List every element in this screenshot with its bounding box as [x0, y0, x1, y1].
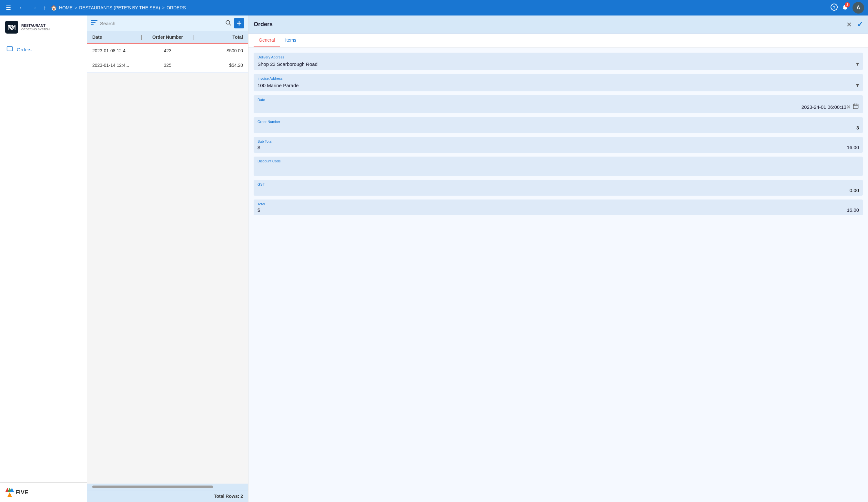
discount-code-value[interactable]: [258, 164, 859, 173]
svg-rect-9: [91, 20, 97, 21]
detail-header: Orders ✕ ✓: [248, 16, 868, 33]
total-value: 16.00: [261, 207, 859, 213]
row-total-1: $500.00: [193, 48, 243, 53]
list-header: Date | Order Number | Total: [87, 31, 248, 43]
sidebar-footer: FIVE: [0, 482, 87, 502]
date-clear-button[interactable]: ✕: [846, 104, 850, 110]
tab-items[interactable]: Items: [280, 33, 301, 47]
horizontal-scrollbar[interactable]: [92, 485, 213, 488]
gst-label: GST: [258, 182, 859, 186]
detail-body: Delivery Address Shop 23 Scarborough Roa…: [248, 48, 868, 502]
logo-icon: 🍽: [5, 21, 18, 33]
col-order-header: Order Number: [145, 34, 190, 40]
order-number-label: Order Number: [258, 120, 859, 124]
gst-field: GST 0.00: [254, 180, 863, 196]
date-row: 2023-24-01 06:00:13 ✕: [258, 103, 859, 111]
delivery-address-dropdown-icon[interactable]: ▾: [856, 60, 859, 68]
user-avatar[interactable]: A: [852, 2, 864, 13]
logo-text: RESTAURANT: [21, 23, 50, 28]
breadcrumb-sep-2: >: [162, 5, 165, 10]
invoice-address-row: 100 Marine Parade ▾: [258, 82, 859, 89]
content-area: Date | Order Number | Total 2023-01-08 1…: [87, 16, 868, 502]
detail-title: Orders: [254, 21, 846, 28]
menu-button[interactable]: ☰: [4, 3, 13, 13]
row-date-1: 2023-01-08 12:4...: [92, 48, 143, 53]
topbar: ☰ ← → ↑ 🏠 HOME > RESTAURANTS (PETE'S BY …: [0, 0, 868, 16]
date-field: Date 2023-24-01 06:00:13 ✕: [254, 95, 863, 113]
restaurant-label[interactable]: RESTAURANTS (PETE'S BY THE SEA): [79, 5, 160, 10]
sub-total-row: $ 16.00: [258, 145, 859, 150]
breadcrumb: 🏠 HOME > RESTAURANTS (PETE'S BY THE SEA)…: [51, 5, 828, 11]
invoice-address-value: 100 Marine Parade: [258, 83, 856, 88]
invoice-address-field: Invoice Address 100 Marine Parade ▾: [254, 74, 863, 91]
date-calendar-icon[interactable]: [852, 103, 859, 111]
five-logo: FIVE: [5, 488, 82, 497]
forward-button[interactable]: →: [29, 3, 39, 13]
row-order-1: 423: [143, 48, 193, 53]
date-value: 2023-24-01 06:00:13: [258, 104, 846, 110]
row-order-2: 325: [143, 63, 193, 68]
svg-rect-4: [7, 47, 13, 51]
orders-breadcrumb-label[interactable]: ORDERS: [166, 5, 186, 10]
discount-code-label: Discount Code: [258, 159, 859, 163]
back-button[interactable]: ←: [17, 3, 27, 13]
sidebar-item-orders[interactable]: Orders: [0, 42, 87, 58]
orders-icon: [7, 45, 13, 54]
list-rows: 2023-01-08 12:4... 423 $500.00 2023-01-1…: [87, 43, 248, 484]
col-sep-1: |: [141, 34, 142, 40]
close-button[interactable]: ✕: [846, 20, 852, 29]
home-label[interactable]: HOME: [59, 5, 73, 10]
invoice-address-label: Invoice Address: [258, 76, 859, 80]
search-input[interactable]: [100, 21, 222, 26]
sub-total-field: Sub Total $ 16.00: [254, 137, 863, 153]
table-row[interactable]: 2023-01-08 12:4... 423 $500.00: [87, 43, 248, 58]
detail-tabs: General Items: [248, 33, 868, 48]
col-date-header: Date: [92, 34, 138, 40]
total-rows-label: Total Rows: 2: [214, 494, 243, 499]
order-number-value: 3: [258, 125, 859, 131]
five-label: FIVE: [16, 489, 28, 496]
help-button[interactable]: ?: [830, 3, 838, 12]
detail-header-actions: ✕ ✓: [846, 20, 863, 29]
order-number-field: Order Number 3: [254, 117, 863, 133]
date-label: Date: [258, 98, 859, 102]
gst-value: 0.00: [258, 187, 859, 193]
sub-total-label: Sub Total: [258, 140, 859, 143]
invoice-address-dropdown-icon[interactable]: ▾: [856, 82, 859, 89]
col-sep-2: |: [193, 34, 195, 40]
svg-text:?: ?: [833, 5, 835, 10]
total-label: Total: [258, 202, 859, 206]
delivery-address-label: Delivery Address: [258, 55, 859, 59]
detail-panel: Orders ✕ ✓ General Items Delivery Addres…: [248, 16, 868, 502]
sub-total-currency: $: [258, 145, 260, 150]
up-button[interactable]: ↑: [41, 3, 48, 13]
search-button[interactable]: [225, 19, 231, 28]
tab-general[interactable]: General: [254, 33, 280, 47]
list-footer: Total Rows: 2: [87, 490, 248, 502]
row-total-2: $54.20: [193, 63, 243, 68]
sidebar-nav: Orders: [0, 39, 87, 60]
delivery-address-value: Shop 23 Scarborough Road: [258, 61, 856, 67]
scrollbar-area: [87, 484, 248, 490]
main-layout: 🍽 RESTAURANT ORDERING SYSTEM Orders: [0, 16, 868, 502]
svg-text:🍽: 🍽: [8, 23, 16, 31]
list-toolbar: [87, 16, 248, 31]
add-order-button[interactable]: [234, 18, 244, 28]
total-field: Total $ 16.00: [254, 199, 863, 215]
delivery-address-field: Delivery Address Shop 23 Scarborough Roa…: [254, 53, 863, 70]
topbar-right: ? 2 A: [830, 2, 864, 13]
svg-rect-11: [91, 24, 94, 25]
svg-line-13: [229, 23, 231, 25]
svg-marker-8: [8, 492, 12, 497]
logo-subtext: ORDERING SYSTEM: [21, 28, 50, 31]
total-row: $ 16.00: [258, 207, 859, 213]
sidebar: 🍽 RESTAURANT ORDERING SYSTEM Orders: [0, 16, 87, 502]
notifications-bell[interactable]: 2: [841, 3, 849, 12]
orders-nav-label: Orders: [17, 47, 32, 52]
delivery-address-row: Shop 23 Scarborough Road ▾: [258, 60, 859, 68]
filter-icon[interactable]: [91, 20, 97, 27]
row-date-2: 2023-01-14 12:4...: [92, 63, 143, 68]
table-row[interactable]: 2023-01-14 12:4... 325 $54.20: [87, 58, 248, 73]
save-button[interactable]: ✓: [857, 20, 863, 29]
svg-rect-10: [91, 22, 95, 23]
